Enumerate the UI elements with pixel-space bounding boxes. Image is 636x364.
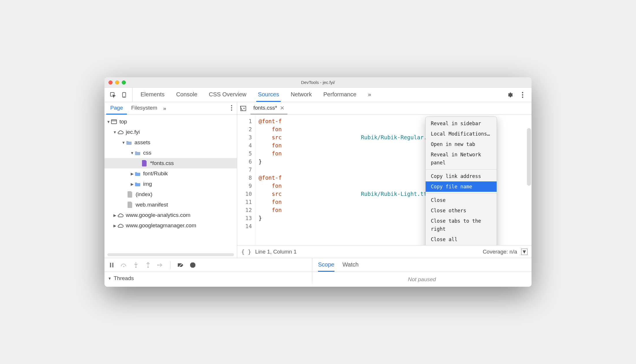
deactivate-breakpoints-icon[interactable]: [177, 263, 184, 267]
tab-scope[interactable]: Scope: [318, 258, 334, 272]
chevron-down-icon: ▼: [106, 120, 111, 124]
document-file-icon: [127, 202, 133, 208]
navigator-sidebar: Page Filesystem » ▼ top ▼ jec.fyi: [104, 102, 237, 258]
menu-copy-file-name[interactable]: Copy file name: [426, 181, 497, 192]
document-file-icon: [127, 191, 133, 198]
menu-reveal-sidebar[interactable]: Reveal in sidebar: [426, 118, 497, 129]
titlebar: DevTools - jec.fyi/: [104, 77, 532, 88]
chevron-down-icon: ▼: [121, 140, 126, 145]
tab-network[interactable]: Network: [289, 88, 313, 102]
tree-label: www.googletagmanager.com: [126, 222, 196, 229]
tab-elements[interactable]: Elements: [139, 88, 166, 102]
kebab-menu-icon[interactable]: [518, 90, 527, 100]
code-editor[interactable]: 1 2 3 4 5 6 7 8 9 10 11 12 13 14 @font-f…: [237, 115, 532, 245]
chevron-down-icon: ▼: [107, 276, 112, 281]
file-tree[interactable]: ▼ top ▼ jec.fyi ▼ assets ▼ css: [104, 115, 237, 252]
svg-point-7: [231, 107, 232, 108]
settings-gear-icon[interactable]: [505, 90, 515, 100]
svg-point-5: [522, 96, 523, 98]
menu-local-modifications[interactable]: Local Modifications…: [426, 129, 497, 139]
vertical-scrollbar[interactable]: [527, 128, 531, 186]
horizontal-scrollbar[interactable]: [107, 253, 234, 256]
navigator-tab-page[interactable]: Page: [106, 102, 127, 115]
tree-label: css: [143, 150, 151, 156]
editor-panel: fonts.css* ✕ 1 2 3 4 5 6 7 8 9 10 11 12 …: [237, 102, 532, 258]
svg-point-18: [157, 264, 158, 266]
tab-watch[interactable]: Watch: [343, 258, 359, 272]
menu-reveal-network[interactable]: Reveal in Network panel: [426, 149, 497, 168]
bottom-fade: [104, 281, 532, 287]
tab-performance[interactable]: Performance: [322, 88, 358, 102]
tree-label: jec.fyi: [126, 129, 140, 135]
menu-close-right[interactable]: Close tabs to the right: [426, 216, 497, 234]
coverage-dropdown-icon[interactable]: ▼: [521, 249, 527, 255]
tree-node-top[interactable]: ▼ top: [104, 117, 237, 127]
tab-css-overview[interactable]: CSS Overview: [207, 88, 248, 102]
folder-icon: [134, 170, 141, 177]
coverage-label: Coverage: n/a: [483, 249, 517, 255]
cursor-position: Line 1, Column 1: [255, 249, 297, 255]
tab-sources[interactable]: Sources: [256, 88, 281, 102]
tree-label: web.manifest: [136, 202, 168, 208]
menu-separator: [426, 169, 497, 170]
tree-node-ga[interactable]: ▶ www.google-analytics.com: [104, 210, 237, 220]
editor-tabstrip: fonts.css* ✕: [237, 102, 532, 115]
editor-tab-label: fonts.css*: [253, 105, 277, 111]
tree-node-css[interactable]: ▼ css: [104, 148, 237, 158]
tabs-overflow[interactable]: »: [366, 88, 373, 102]
inspect-element-icon[interactable]: [108, 90, 118, 100]
chevron-down-icon: ▼: [130, 151, 134, 155]
tree-label: www.google-analytics.com: [126, 212, 190, 218]
chevron-right-icon: ▶: [113, 224, 117, 228]
tree-node-index[interactable]: (index): [104, 189, 237, 200]
step-out-icon[interactable]: [144, 262, 152, 268]
menu-close[interactable]: Close: [426, 195, 497, 205]
step-over-icon[interactable]: [120, 263, 128, 267]
devtools-window: DevTools - jec.fyi/ Elements Console CSS…: [104, 77, 532, 287]
pretty-print-icon[interactable]: { }: [241, 249, 251, 255]
tree-node-fonts-css[interactable]: *fonts.css: [104, 158, 237, 168]
menu-close-others[interactable]: Close others: [426, 205, 497, 216]
svg-point-16: [135, 266, 137, 268]
tree-node-img[interactable]: ▶ img: [104, 179, 237, 189]
menu-separator: [426, 193, 497, 194]
tab-console[interactable]: Console: [174, 88, 199, 102]
panel-tabs: Elements Console CSS Overview Sources Ne…: [132, 88, 505, 102]
chevron-right-icon: ▶: [130, 182, 134, 186]
navigator-tab-filesystem[interactable]: Filesystem: [127, 102, 161, 115]
tab-context-menu: Reveal in sidebar Local Modifications… O…: [425, 117, 497, 245]
cloud-icon: [117, 212, 124, 218]
tree-node-font-rubik[interactable]: ▶ font/Rubik: [104, 168, 237, 179]
close-tab-icon[interactable]: ✕: [280, 105, 285, 111]
main-toolbar: Elements Console CSS Overview Sources Ne…: [104, 88, 532, 102]
svg-rect-13: [110, 263, 111, 267]
separator: [170, 261, 171, 269]
editor-statusbar: { } Line 1, Column 1 Coverage: n/a ▼: [237, 245, 532, 258]
pause-icon[interactable]: [108, 263, 115, 267]
navigator-kebab-icon[interactable]: [228, 105, 235, 112]
pause-on-exceptions-icon[interactable]: [189, 262, 197, 268]
navigator-tabs-overflow[interactable]: »: [163, 105, 166, 112]
tree-node-domain[interactable]: ▼ jec.fyi: [104, 127, 237, 137]
editor-status-right: Coverage: n/a ▼: [483, 249, 527, 255]
device-toggle-icon[interactable]: [119, 90, 129, 100]
debug-controls: [104, 258, 312, 272]
folder-open-icon: [126, 139, 132, 146]
tree-node-manifest[interactable]: web.manifest: [104, 200, 237, 210]
step-into-icon[interactable]: [132, 262, 140, 268]
threads-label: Threads: [114, 275, 134, 282]
svg-rect-9: [111, 120, 117, 124]
menu-open-new-tab[interactable]: Open in new tab: [426, 139, 497, 149]
cloud-icon: [117, 129, 124, 135]
toggle-navigator-icon[interactable]: [239, 104, 248, 113]
tree-label: font/Rubik: [143, 170, 168, 177]
editor-tab-fonts-css[interactable]: fonts.css* ✕: [250, 102, 287, 115]
chevron-right-icon: ▶: [113, 213, 117, 217]
tree-label: assets: [134, 139, 150, 146]
menu-close-all[interactable]: Close all: [426, 234, 497, 245]
menu-copy-link[interactable]: Copy link address: [426, 171, 497, 181]
tree-node-assets[interactable]: ▼ assets: [104, 137, 237, 148]
step-icon[interactable]: [156, 263, 164, 267]
svg-point-4: [522, 94, 523, 95]
tree-node-gtm[interactable]: ▶ www.googletagmanager.com: [104, 220, 237, 231]
